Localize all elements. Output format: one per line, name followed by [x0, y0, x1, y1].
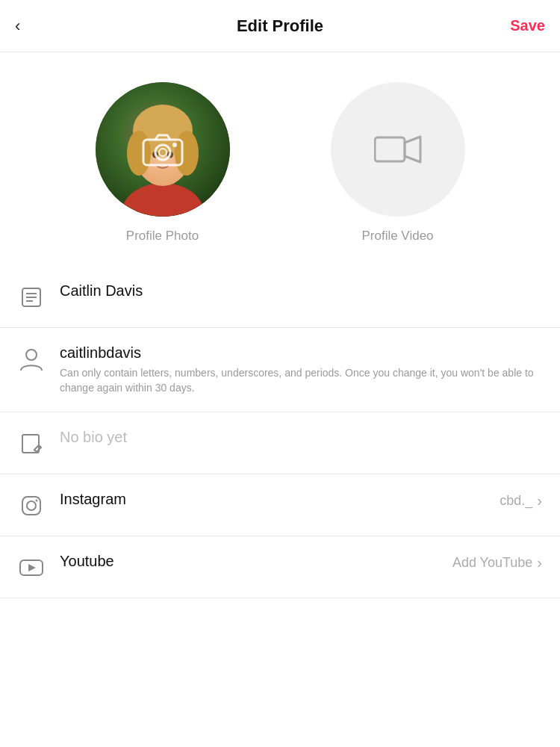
profile-photo-label: Profile Photo [126, 229, 199, 244]
youtube-right: Add YouTube › [452, 554, 542, 571]
svg-rect-14 [375, 137, 405, 161]
svg-point-13 [172, 143, 177, 147]
name-icon [18, 284, 45, 311]
username-field-row[interactable]: caitlinbdavis Can only contain letters, … [0, 328, 560, 412]
profile-photo-button[interactable]: Profile Photo [96, 82, 230, 244]
profile-video-circle [331, 82, 465, 217]
svg-point-19 [26, 350, 37, 360]
save-button[interactable]: Save [510, 17, 545, 34]
header: ‹ Edit Profile Save [0, 0, 560, 52]
username-value: caitlinbdavis [60, 344, 542, 362]
profile-video-button[interactable]: Profile Video [331, 82, 465, 244]
camera-icon [142, 132, 184, 167]
svg-point-11 [155, 145, 170, 160]
instagram-handle: cbd._ [500, 493, 532, 509]
username-field-content: caitlinbdavis Can only contain letters, … [60, 344, 542, 395]
youtube-chevron: › [537, 554, 542, 571]
svg-rect-22 [22, 497, 40, 515]
photo-section: Profile Photo Profile Video [0, 52, 560, 258]
instagram-field-row[interactable]: Instagram cbd._ › [0, 474, 560, 536]
page-title: Edit Profile [237, 16, 323, 36]
svg-marker-26 [28, 564, 36, 571]
svg-rect-20 [22, 435, 39, 453]
instagram-value: Instagram [60, 491, 126, 507]
profile-photo-circle [96, 82, 230, 217]
bio-field-row[interactable]: No bio yet [0, 412, 560, 474]
name-field-content: Caitlin Davis [60, 282, 542, 300]
bio-field-content: No bio yet [60, 429, 542, 446]
name-value: Caitlin Davis [60, 282, 143, 299]
username-hint: Can only contain letters, numbers, under… [60, 366, 542, 395]
profile-video-label: Profile Video [361, 229, 433, 244]
svg-point-12 [159, 149, 167, 156]
youtube-icon [18, 554, 45, 581]
instagram-chevron: › [537, 492, 542, 509]
edit-icon [18, 430, 45, 457]
instagram-icon [18, 492, 45, 519]
instagram-right: cbd._ › [500, 492, 542, 509]
svg-point-23 [27, 501, 36, 510]
user-icon [18, 346, 45, 373]
svg-point-24 [36, 500, 38, 502]
instagram-field-content: Instagram [60, 491, 485, 508]
back-button[interactable]: ‹ [7, 9, 28, 43]
youtube-field-row[interactable]: Youtube Add YouTube › [0, 536, 560, 598]
fields-section: Caitlin Davis caitlinbdavis Can only con… [0, 258, 560, 606]
youtube-field-content: Youtube [60, 553, 438, 570]
camera-overlay [96, 82, 230, 217]
youtube-add-text: Add YouTube [452, 555, 532, 571]
video-icon [374, 131, 422, 168]
youtube-value: Youtube [60, 553, 114, 569]
bio-placeholder: No bio yet [60, 429, 127, 445]
name-field-row[interactable]: Caitlin Davis [0, 266, 560, 328]
